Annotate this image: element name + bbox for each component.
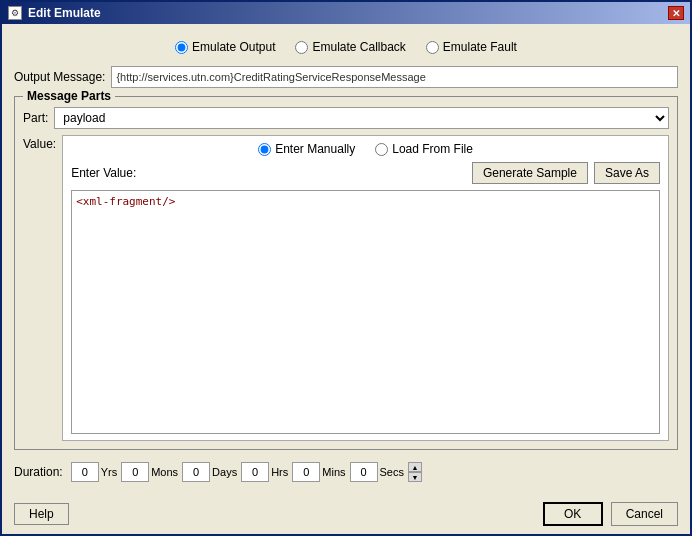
duration-mons-unit: Mons (151, 466, 178, 478)
emulate-fault-label: Emulate Fault (443, 40, 517, 54)
duration-spinner: ▲ ▼ (408, 462, 422, 482)
emulate-output-label: Emulate Output (192, 40, 275, 54)
window-icon: ⚙ (8, 6, 22, 20)
title-bar: ⚙ Edit Emulate ✕ (2, 2, 690, 24)
duration-mons-input[interactable] (121, 462, 149, 482)
duration-secs-input[interactable] (350, 462, 378, 482)
cancel-button[interactable]: Cancel (611, 502, 678, 526)
duration-days-input[interactable] (182, 462, 210, 482)
right-buttons: OK Cancel (543, 502, 678, 526)
emulate-type-row: Emulate Output Emulate Callback Emulate … (14, 34, 678, 58)
emulate-callback-option[interactable]: Emulate Callback (295, 40, 405, 54)
emulate-callback-label: Emulate Callback (312, 40, 405, 54)
output-message-label: Output Message: (14, 70, 105, 84)
duration-secs-field: Secs ▲ ▼ (350, 462, 422, 482)
value-inner: Enter Manually Load From File Enter Valu… (62, 135, 669, 441)
duration-yrs-input[interactable] (71, 462, 99, 482)
output-message-input[interactable] (111, 66, 678, 88)
output-message-row: Output Message: (14, 66, 678, 88)
load-from-file-option[interactable]: Load From File (375, 142, 473, 156)
duration-days-unit: Days (212, 466, 237, 478)
window-title: Edit Emulate (28, 6, 101, 20)
duration-yrs-unit: Yrs (101, 466, 118, 478)
value-radio-row: Enter Manually Load From File (71, 142, 660, 156)
emulate-output-radio[interactable] (175, 41, 188, 54)
emulate-fault-radio[interactable] (426, 41, 439, 54)
duration-mins-input[interactable] (292, 462, 320, 482)
part-row: Part: payload (23, 107, 669, 129)
load-from-file-radio[interactable] (375, 143, 388, 156)
duration-hrs-unit: Hrs (271, 466, 288, 478)
part-label: Part: (23, 111, 48, 125)
enter-manually-option[interactable]: Enter Manually (258, 142, 355, 156)
duration-hrs-input[interactable] (241, 462, 269, 482)
emulate-callback-radio[interactable] (295, 41, 308, 54)
spinner-up[interactable]: ▲ (408, 462, 422, 472)
emulate-output-option[interactable]: Emulate Output (175, 40, 275, 54)
duration-mons-field: Mons (121, 462, 178, 482)
duration-yrs-field: Yrs (71, 462, 118, 482)
main-content: Emulate Output Emulate Callback Emulate … (2, 24, 690, 496)
save-as-button[interactable]: Save As (594, 162, 660, 184)
enter-value-buttons: Generate Sample Save As (472, 162, 660, 184)
message-parts-group: Message Parts Part: payload Value: Enter… (14, 96, 678, 450)
message-parts-legend: Message Parts (23, 89, 115, 103)
duration-days-field: Days (182, 462, 237, 482)
enter-value-row: Enter Value: Generate Sample Save As (71, 162, 660, 184)
duration-mins-unit: Mins (322, 466, 345, 478)
help-button[interactable]: Help (14, 503, 69, 525)
generate-sample-button[interactable]: Generate Sample (472, 162, 588, 184)
emulate-fault-option[interactable]: Emulate Fault (426, 40, 517, 54)
value-label: Value: (23, 135, 56, 151)
duration-hrs-field: Hrs (241, 462, 288, 482)
spinner-down[interactable]: ▼ (408, 472, 422, 482)
enter-manually-label: Enter Manually (275, 142, 355, 156)
duration-label: Duration: (14, 465, 63, 479)
edit-emulate-window: ⚙ Edit Emulate ✕ Emulate Output Emulate … (0, 0, 692, 536)
duration-mins-field: Mins (292, 462, 345, 482)
value-row-container: Value: Enter Manually Load From File (23, 135, 669, 441)
close-button[interactable]: ✕ (668, 6, 684, 20)
enter-manually-radio[interactable] (258, 143, 271, 156)
enter-value-left: Enter Value: (71, 166, 136, 180)
ok-button[interactable]: OK (543, 502, 603, 526)
duration-row: Duration: Yrs Mons Days Hrs Mins (14, 458, 678, 486)
part-select[interactable]: payload (54, 107, 669, 129)
title-bar-left: ⚙ Edit Emulate (8, 6, 101, 20)
load-from-file-label: Load From File (392, 142, 473, 156)
bottom-bar: Help OK Cancel (2, 496, 690, 534)
enter-value-label: Enter Value: (71, 166, 136, 180)
xml-textarea[interactable] (71, 190, 660, 434)
duration-secs-unit: Secs (380, 466, 404, 478)
